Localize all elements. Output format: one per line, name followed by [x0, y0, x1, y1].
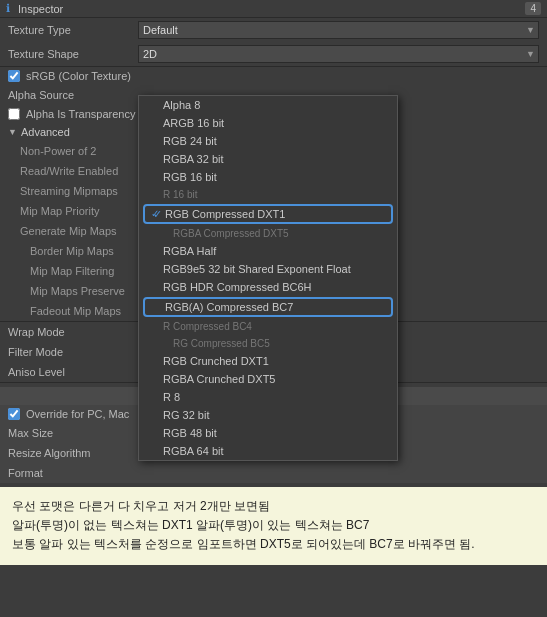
tab-number[interactable]: 4 [525, 2, 541, 15]
streaming-label: Streaming Mipmaps [20, 185, 140, 197]
info-icon: ℹ [6, 2, 10, 15]
inspector-header: ℹ Inspector 4 [0, 0, 547, 18]
mipmap-priority-label: Mip Map Priority [20, 205, 140, 217]
max-size-label: Max Size [8, 427, 138, 439]
override-label: Override for PC, Mac [26, 408, 129, 420]
srgb-checkbox[interactable] [8, 70, 20, 82]
dropdown-item-rgba64[interactable]: RGBA 64 bit [139, 442, 397, 460]
srgb-label: sRGB (Color Texture) [26, 70, 131, 82]
texture-type-label: Texture Type [8, 24, 138, 36]
dropdown-item-r16[interactable]: R 16 bit [139, 186, 397, 203]
alpha-transparency-label: Alpha Is Transparency [26, 108, 135, 120]
dropdown-item-alpha8[interactable]: Alpha 8 [139, 96, 397, 114]
bottom-line2: 알파(투명)이 없는 텍스쳐는 DXT1 알파(투명)이 있는 텍스쳐는 BC7 [12, 516, 535, 535]
format-label: Format [8, 467, 138, 479]
dropdown-item-rgb9e5[interactable]: RGB9e5 32 bit Shared Exponent Float [139, 260, 397, 278]
texture-type-row: Texture Type Default ▼ [0, 18, 547, 42]
dropdown-item-rgba32[interactable]: RGBA 32 bit [139, 150, 397, 168]
resize-label: Resize Algorithm [8, 447, 138, 459]
format-dropdown-overlay: Alpha 8 ARGB 16 bit RGB 24 bit RGBA 32 b… [138, 95, 398, 461]
dropdown-item-bc4[interactable]: R Compressed BC4 [139, 318, 397, 335]
dropdown-item-rgb24[interactable]: RGB 24 bit [139, 132, 397, 150]
generate-mip-label: Generate Mip Maps [20, 225, 140, 237]
readwrite-label: Read/Write Enabled [20, 165, 140, 177]
dropdown-item-rgb16[interactable]: RGB 16 bit [139, 168, 397, 186]
non-power-label: Non-Power of 2 [20, 145, 140, 157]
texture-shape-dropdown[interactable]: 2D ▼ [138, 45, 539, 63]
bottom-line3: 보통 알파 있는 텍스처를 순정으로 임포트하면 DXT5로 되어있는데 BC7… [12, 535, 535, 554]
border-mip-label: Border Mip Maps [30, 245, 140, 257]
advanced-arrow: ▼ [8, 127, 17, 137]
inspector-header-left: ℹ Inspector [6, 2, 63, 15]
inspector-panel: ℹ Inspector 4 Texture Type Default ▼ Tex… [0, 0, 547, 483]
dropdown-item-dxt5[interactable]: RGBA Compressed DXT5 [149, 225, 397, 242]
texture-type-dropdown[interactable]: Default ▼ [138, 21, 539, 39]
dropdown-item-crunched-dxt1[interactable]: RGB Crunched DXT1 [139, 352, 397, 370]
dropdown-item-bc7[interactable]: RGB(A) Compressed BC7 [143, 297, 393, 317]
dropdown-item-bc6h[interactable]: RGB HDR Compressed BC6H [139, 278, 397, 296]
dropdown-item-rg32[interactable]: RG 32 bit [139, 406, 397, 424]
dropdown-item-bc5[interactable]: RG Compressed BC5 [149, 335, 397, 352]
override-checkbox[interactable] [8, 408, 20, 420]
bottom-line1: 우선 포맷은 다른거 다 치우고 저거 2개만 보면됨 [12, 497, 535, 516]
wrap-mode-label: Wrap Mode [8, 326, 138, 338]
dropdown-item-rgba-half[interactable]: RGBA Half [139, 242, 397, 260]
alpha-transparency-checkbox[interactable] [8, 108, 20, 120]
texture-shape-label: Texture Shape [8, 48, 138, 60]
fadeout-label: Fadeout Mip Maps [30, 305, 140, 317]
alpha-source-row: Alpha Source Alpha 8 ARGB 16 bit RGB 24 … [0, 85, 547, 105]
dropdown-item-dxt1[interactable]: ✓ RGB Compressed DXT1 [143, 204, 393, 224]
alpha-source-label: Alpha Source [8, 89, 138, 101]
bottom-text-area: 우선 포맷은 다른거 다 치우고 저거 2개만 보면됨 알파(투명)이 없는 텍… [0, 487, 547, 565]
dropdown-item-argb16[interactable]: ARGB 16 bit [139, 114, 397, 132]
texture-type-value[interactable]: Default [138, 21, 539, 39]
dropdown-item-r8[interactable]: R 8 [139, 388, 397, 406]
filter-mode-label: Filter Mode [8, 346, 138, 358]
dropdown-item-rgb48[interactable]: RGB 48 bit [139, 424, 397, 442]
main-content: Texture Type Default ▼ Texture Shape 2D … [0, 18, 547, 483]
dropdown-item-crunched-dxt5[interactable]: RGBA Crunched DXT5 [139, 370, 397, 388]
format-row: Format [0, 463, 547, 483]
mip-filtering-label: Mip Map Filtering [30, 265, 140, 277]
mip-preserve-label: Mip Maps Preserve [30, 285, 140, 297]
texture-shape-row: Texture Shape 2D ▼ [0, 42, 547, 66]
aniso-label: Aniso Level [8, 366, 138, 378]
advanced-label: Advanced [21, 126, 70, 138]
texture-shape-value[interactable]: 2D [138, 45, 539, 63]
inspector-title: Inspector [18, 3, 63, 15]
srgb-row: sRGB (Color Texture) [0, 67, 547, 85]
